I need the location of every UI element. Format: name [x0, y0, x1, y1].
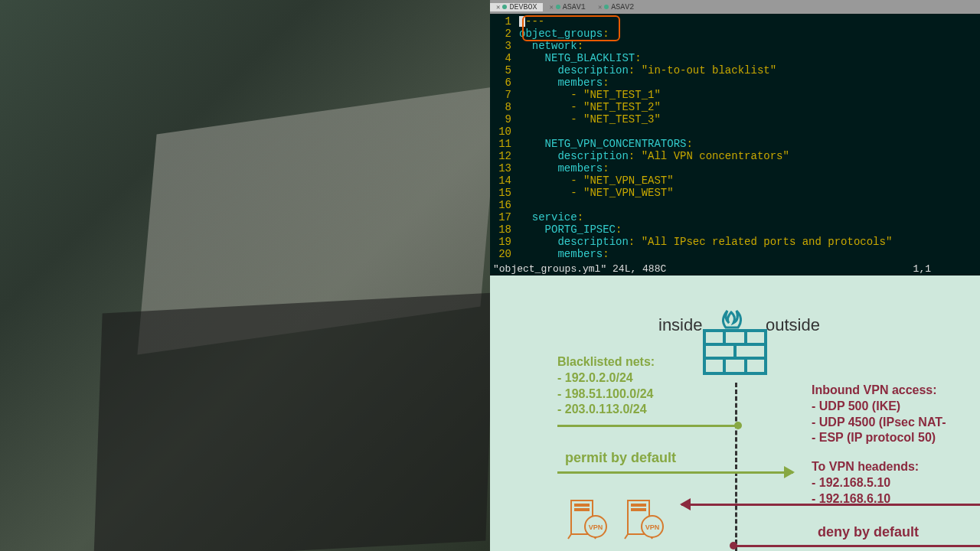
- code-line: 9 - "NET_TEST_3": [490, 113, 980, 126]
- svg-rect-17: [631, 508, 646, 511]
- code-line: 19 description: "All IPsec related ports…: [490, 236, 980, 248]
- code-line: 15 - "NET_VPN_WEST": [490, 187, 980, 199]
- close-icon[interactable]: ✕: [549, 3, 553, 11]
- blacklist-block: Blacklisted nets: - 192.0.2.0/24 - 198.5…: [557, 354, 655, 418]
- firewall-boundary-line: [735, 383, 737, 551]
- code-line: 3 network:: [490, 40, 980, 52]
- close-icon[interactable]: ✕: [598, 3, 602, 11]
- inbound-title: Inbound VPN access:: [812, 383, 946, 399]
- status-dot-icon: [502, 5, 507, 9]
- network-diagram: inside outside Blacklisted nets: - 192.0…: [490, 276, 980, 551]
- code-line: 8 - "NET_TEST_2": [490, 101, 980, 113]
- code-line: 12 description: "All VPN concentrators": [490, 150, 980, 162]
- blacklist-item: - 203.0.113.0/24: [557, 402, 655, 418]
- code-line: 16: [490, 199, 980, 211]
- code-line: 13 members:: [490, 162, 980, 174]
- code-editor: ✕ DEVBOX ✕ ASAV1 ✕ ASAV2 1---2object_gro…: [490, 0, 980, 276]
- code-line: 17 service:: [490, 211, 980, 223]
- editor-tabs: ✕ DEVBOX ✕ ASAV1 ✕ ASAV2: [490, 0, 980, 14]
- headends-item: - 192.168.5.10: [812, 475, 919, 491]
- firewall-icon: [689, 305, 781, 389]
- svg-line-18: [625, 534, 628, 539]
- permit-label: permit by default: [565, 450, 676, 466]
- inbound-item: - UDP 4500 (IPsec NAT-: [812, 415, 946, 431]
- code-line: 14 - "NET_VPN_EAST": [490, 174, 980, 187]
- tab-label: ASAV2: [611, 3, 634, 11]
- tab-devbox[interactable]: ✕ DEVBOX: [490, 3, 543, 11]
- tab-label: ASAV1: [563, 3, 586, 11]
- editor-status-line: "object_groups.yml" 24L, 488C 1,1: [490, 263, 980, 276]
- svg-rect-10: [574, 508, 590, 511]
- inbound-item: - ESP (IP protocol 50): [812, 430, 946, 446]
- code-line: 7 - "NET_TEST_1": [490, 89, 980, 101]
- deny-label: deny by default: [818, 524, 919, 540]
- svg-text:VPN: VPN: [589, 523, 603, 531]
- vpn-server-icon: VPN: [567, 496, 612, 542]
- tab-asav1[interactable]: ✕ ASAV1: [543, 3, 591, 11]
- vpn-headends-block: To VPN headends: - 192.168.5.10 - 192.16…: [812, 459, 919, 507]
- code-line: 11 NETG_VPN_CONCENTRATORS:: [490, 138, 980, 150]
- arrow-blacklist-blocked: [557, 425, 740, 427]
- right-column: ✕ DEVBOX ✕ ASAV1 ✕ ASAV2 1---2object_gro…: [490, 0, 980, 551]
- code-body[interactable]: 1---2object_groups:3 network:4 NETG_BLAC…: [490, 14, 980, 262]
- vpn-servers: VPN VPN: [567, 496, 669, 542]
- blacklist-title: Blacklisted nets:: [557, 354, 655, 370]
- svg-line-11: [568, 534, 571, 539]
- svg-rect-9: [574, 504, 590, 507]
- arrow-inbound-vpn: [681, 504, 980, 506]
- tab-label: DEVBOX: [509, 3, 537, 11]
- blacklist-item: - 192.0.2.0/24: [557, 370, 655, 386]
- code-line: 6 members:: [490, 77, 980, 89]
- arrow-deny-blocked: [732, 545, 980, 547]
- code-line: 20 members:: [490, 248, 980, 260]
- status-dot-icon: [556, 5, 560, 9]
- status-right: 1,1: [913, 263, 977, 276]
- headends-title: To VPN headends:: [812, 459, 919, 475]
- code-line: 1---: [490, 15, 980, 28]
- svg-text:VPN: VPN: [645, 523, 660, 531]
- code-line: 4 NETG_BLACKLIST:: [490, 52, 980, 64]
- inbound-item: - UDP 500 (IKE): [812, 399, 946, 415]
- blacklist-item: - 198.51.100.0/24: [557, 386, 655, 403]
- inbound-vpn-block: Inbound VPN access: - UDP 500 (IKE) - UD…: [812, 383, 946, 446]
- code-line: 2object_groups:: [490, 28, 980, 40]
- tab-asav2[interactable]: ✕ ASAV2: [592, 3, 640, 11]
- photo-panel: [0, 0, 490, 551]
- svg-rect-16: [631, 504, 646, 507]
- arrow-permit: [557, 471, 793, 474]
- vpn-server-icon: VPN: [623, 496, 669, 542]
- status-left: "object_groups.yml" 24L, 488C: [493, 263, 666, 276]
- code-line: 18 PORTG_IPSEC:: [490, 223, 980, 236]
- status-dot-icon: [604, 5, 609, 9]
- close-icon[interactable]: ✕: [496, 3, 500, 11]
- code-line: 10: [490, 126, 980, 138]
- code-line: 5 description: "in-to-out blacklist": [490, 64, 980, 77]
